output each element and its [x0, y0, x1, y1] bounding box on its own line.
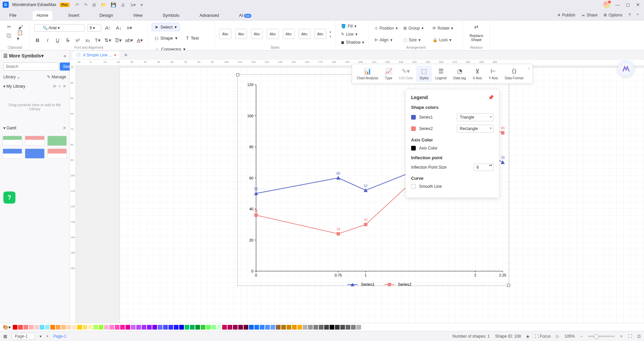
font-size-select[interactable]: 8 ▾ [87, 24, 101, 32]
series1-swatch[interactable] [411, 115, 416, 120]
size-button[interactable]: ⬚ Size▾ [402, 37, 430, 43]
add-tab-button[interactable]: + [122, 52, 130, 59]
series1-shape-select[interactable]: Triangle [457, 113, 494, 121]
fill-button[interactable]: 🪣 Fill ▾ [340, 23, 358, 30]
gantt-close-icon[interactable]: ✕ [63, 126, 66, 130]
mylib-add-icon[interactable]: + [58, 84, 61, 89]
color-swatch[interactable] [265, 325, 270, 330]
color-swatch[interactable] [142, 325, 146, 330]
style-preset[interactable]: Abc [235, 29, 247, 39]
redo-icon[interactable]: ↷ [84, 2, 88, 7]
color-swatch[interactable] [308, 325, 313, 330]
color-swatch[interactable] [163, 325, 168, 330]
gantt-toggle[interactable]: ▾ Gantt [3, 126, 16, 130]
color-swatch[interactable] [195, 325, 200, 330]
close-icon[interactable]: ✕ [635, 2, 641, 7]
style-preset[interactable]: Abc [314, 29, 326, 39]
menu-ai[interactable]: AIhot [235, 11, 255, 20]
menu-home[interactable]: Home [33, 11, 52, 20]
grow-font-icon[interactable]: A↑ [104, 24, 112, 32]
color-swatch[interactable] [179, 325, 184, 330]
underline-icon[interactable]: U [54, 36, 61, 44]
series2-swatch[interactable] [411, 126, 416, 131]
zoom-in-button[interactable]: + [620, 334, 623, 339]
ft-y-axis[interactable]: ⊢Y Axis [485, 66, 501, 82]
color-swatch[interactable] [168, 325, 173, 330]
color-swatch[interactable] [99, 325, 103, 330]
subscript-icon[interactable]: x₂ [84, 36, 91, 44]
gantt-thumb[interactable] [3, 148, 22, 159]
color-swatch[interactable] [260, 325, 264, 330]
color-swatch[interactable] [281, 325, 286, 330]
save-icon[interactable]: 💾 [111, 2, 116, 7]
color-swatch[interactable] [88, 325, 93, 330]
color-swatch[interactable] [351, 325, 356, 330]
document-tab[interactable]: 📄 A Simple Line ... [72, 51, 119, 59]
pin-icon[interactable]: 📌 [488, 95, 494, 100]
font-family-select[interactable]: 🔍 Arial ▾ [34, 24, 85, 32]
undo-icon[interactable]: ↶ [76, 2, 79, 7]
rotate-button[interactable]: ⟳ Rotate▾ [431, 25, 459, 32]
color-swatch[interactable] [104, 325, 109, 330]
strike-icon[interactable]: S̶ [64, 36, 71, 44]
gantt-thumb[interactable] [3, 136, 22, 146]
color-swatch[interactable] [276, 325, 281, 330]
color-swatch[interactable] [249, 325, 254, 330]
color-swatch[interactable] [34, 325, 39, 330]
color-swatch[interactable] [292, 325, 297, 330]
ft-legend[interactable]: ☰Legend [432, 66, 450, 82]
ft-chart-analysis[interactable]: 📊Chart Analysis [353, 66, 382, 82]
color-swatch[interactable] [362, 325, 366, 330]
ft-edit-data[interactable]: ✎▾Edit Data [396, 66, 416, 82]
avatar[interactable] [603, 1, 610, 8]
color-swatch[interactable] [23, 325, 28, 330]
color-swatch[interactable] [174, 325, 179, 330]
help-icon[interactable]: ? [629, 13, 631, 17]
page-layout-icon[interactable]: ▦ [3, 334, 7, 339]
color-swatch[interactable] [340, 325, 345, 330]
focus-button[interactable]: ⛶ Focus [535, 334, 551, 339]
style-preset[interactable]: Abc [219, 29, 231, 39]
color-swatch[interactable] [185, 325, 189, 330]
mylib-refresh-icon[interactable]: ⟳ [53, 84, 56, 89]
color-swatch[interactable] [50, 325, 55, 330]
help-fab[interactable]: ? [3, 191, 15, 204]
color-swatch[interactable] [147, 325, 152, 330]
text-tool[interactable]: T Text [183, 34, 202, 42]
color-swatch[interactable] [29, 325, 34, 330]
color-swatch[interactable] [244, 325, 248, 330]
color-swatch[interactable] [61, 325, 66, 330]
color-swatch[interactable] [45, 325, 50, 330]
fullscreen-icon[interactable]: ⛶ [628, 334, 632, 339]
copy-icon[interactable]: ⿻ [5, 32, 13, 40]
ft-expand-icon[interactable]: ⤢ [527, 66, 531, 72]
series2-shape-select[interactable]: Rectangle [457, 125, 494, 133]
gantt-thumb[interactable] [25, 148, 44, 159]
group-button[interactable]: ⊞ Group▾ [402, 25, 430, 32]
color-swatch[interactable] [324, 325, 329, 330]
symbol-search-input[interactable] [3, 62, 58, 71]
page-dropdown-icon[interactable]: ▾ [40, 334, 42, 339]
open-icon[interactable]: 📁 [101, 2, 106, 7]
menu-view[interactable]: View [129, 11, 147, 20]
char-format-icon[interactable]: ab▾ [125, 36, 133, 44]
print-icon[interactable]: 🖨 [121, 2, 125, 7]
shadow-button[interactable]: ◼ Shadow ▾ [340, 39, 365, 46]
canvas-page[interactable]: 02040608010012000.75122.2550605280703624… [119, 67, 644, 323]
color-swatch[interactable] [270, 325, 275, 330]
gantt-thumb[interactable] [47, 136, 67, 146]
color-swatch[interactable] [109, 325, 114, 330]
bold-icon[interactable]: B [34, 36, 41, 44]
color-swatch[interactable] [136, 325, 141, 330]
new-icon[interactable]: ⊞ [92, 2, 96, 7]
menu-symbols[interactable]: Symbols [159, 11, 184, 20]
color-swatch[interactable] [346, 325, 350, 330]
select-tool[interactable]: ➤ Select ▾ [152, 23, 180, 31]
align-button[interactable]: ⊫ Align▾ [373, 37, 401, 43]
color-swatch[interactable] [131, 325, 136, 330]
zoom-out-button[interactable]: − [580, 334, 583, 339]
publish-button[interactable]: ✈ Publish [557, 13, 575, 17]
lock-button[interactable]: 🔒 Lock▾ [431, 37, 459, 43]
color-swatch[interactable] [18, 325, 23, 330]
shape-tool[interactable]: ◻ Shape ▾ [152, 34, 181, 42]
